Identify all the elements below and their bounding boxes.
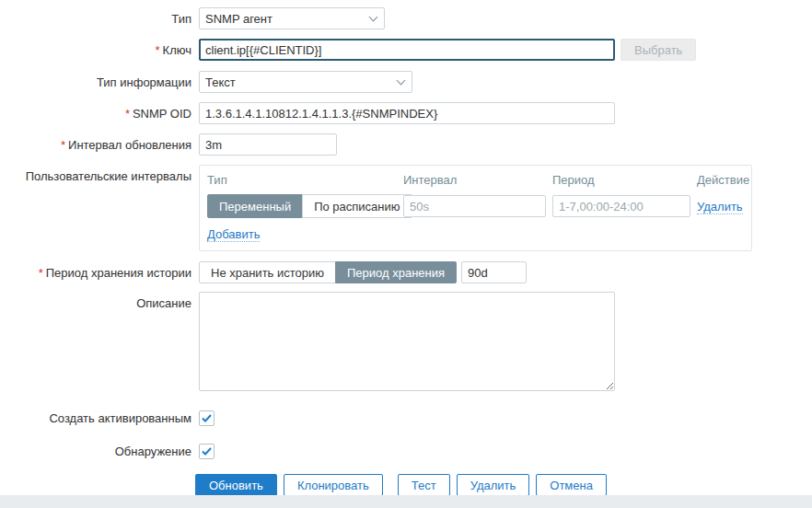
history-period-input[interactable] [461, 261, 527, 283]
snmp-oid-input[interactable] [199, 102, 615, 124]
column-header-period: Период [552, 173, 690, 194]
required-asterisk: * [156, 43, 160, 57]
custom-intervals-header: Тип Интервал Период Действие [207, 173, 744, 194]
snmp-oid-label: *SNMP OID [0, 102, 191, 121]
custom-interval-row: Переменный По расписанию Удалить [207, 194, 744, 218]
type-row: Тип SNMP агент [0, 7, 812, 29]
history-toggle: Не хранить историю Период хранения [199, 261, 457, 283]
discover-row: Обнаружение [0, 441, 812, 459]
update-button[interactable]: Обновить [195, 474, 277, 496]
type-select[interactable]: SNMP агент [199, 7, 385, 29]
interval-type-flexible-button[interactable]: Переменный [207, 194, 303, 218]
key-row: *Ключ Выбрать [0, 39, 812, 61]
interval-type-scheduled-button[interactable]: По расписанию [302, 194, 412, 218]
info-type-select-value: Текст [205, 75, 236, 89]
interval-type-toggle: Переменный По расписанию [207, 194, 397, 218]
item-edit-form: Тип SNMP агент *Ключ Выбрать Тип информа… [0, 0, 812, 496]
key-label: *Ключ [0, 39, 191, 57]
custom-intervals-label: Пользовательские интервалы [0, 165, 191, 183]
discover-checkbox[interactable] [199, 444, 215, 459]
type-label: Тип [0, 7, 191, 26]
cancel-button[interactable]: Отмена [536, 474, 607, 496]
column-header-interval: Интервал [403, 173, 546, 194]
history-row: *Период хранения истории Не хранить исто… [0, 261, 812, 283]
update-interval-row: *Интервал обновления [0, 133, 812, 156]
snmp-oid-row: *SNMP OID [0, 102, 812, 124]
description-label: Описание [0, 292, 191, 310]
interval-value-input[interactable] [403, 195, 546, 217]
info-type-row: Тип информации Текст [0, 71, 812, 93]
chevron-down-icon [397, 75, 406, 85]
key-input[interactable] [199, 39, 615, 61]
add-interval-link[interactable]: Добавить [207, 227, 260, 242]
period-value-input[interactable] [552, 195, 690, 217]
description-textarea[interactable] [199, 292, 615, 391]
test-button[interactable]: Тест [398, 474, 450, 496]
required-asterisk: * [125, 107, 130, 121]
select-key-button[interactable]: Выбрать [621, 39, 696, 61]
update-interval-label: *Интервал обновления [0, 133, 191, 152]
delete-button[interactable]: Удалить [457, 474, 530, 496]
info-type-label: Тип информации [0, 71, 191, 89]
history-label: *Период хранения истории [0, 261, 191, 280]
create-enabled-label: Создать активированным [0, 408, 191, 425]
description-row: Описание [0, 292, 812, 391]
history-no-storage-button[interactable]: Не хранить историю [199, 261, 336, 283]
column-header-action: Действие [697, 173, 749, 194]
remove-interval-link[interactable]: Удалить [697, 200, 743, 214]
checkmark-icon [202, 447, 212, 456]
clone-button[interactable]: Клонировать [284, 474, 383, 496]
checkmark-icon [202, 414, 212, 422]
type-select-value: SNMP агент [205, 12, 273, 26]
custom-intervals-row: Пользовательские интервалы Тип Интервал … [0, 165, 812, 251]
discover-label: Обнаружение [0, 441, 191, 458]
custom-intervals-panel: Тип Интервал Период Действие Переменный … [199, 165, 752, 251]
required-asterisk: * [39, 266, 43, 280]
history-storage-period-button[interactable]: Период хранения [335, 261, 457, 283]
update-interval-input[interactable] [199, 133, 337, 156]
column-header-type: Тип [207, 173, 397, 194]
create-enabled-checkbox[interactable] [199, 410, 215, 426]
create-enabled-row: Создать активированным [0, 408, 812, 426]
footer-bar [0, 495, 812, 508]
form-actions: Обновить Клонировать Тест Удалить Отмена [195, 474, 812, 496]
required-asterisk: * [61, 138, 65, 152]
chevron-down-icon [369, 12, 378, 21]
info-type-select[interactable]: Текст [199, 71, 412, 93]
